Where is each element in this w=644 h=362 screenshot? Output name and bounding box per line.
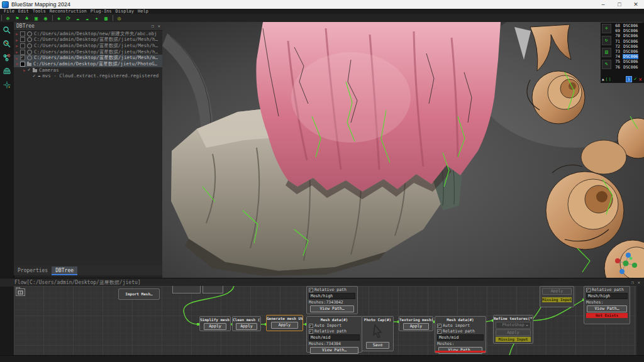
rotate-tool-icon[interactable]: ↻ xyxy=(602,36,611,45)
path-field[interactable]: Mesh/mid xyxy=(437,334,484,341)
view-path-button[interactable]: View Path… xyxy=(310,347,358,354)
graph-nodes-icon[interactable] xyxy=(3,53,11,62)
frame-icon[interactable]: [ ] xyxy=(606,77,611,81)
node-mesh-data-out[interactable]: Mesh data(#) Auto import Relative path M… xyxy=(435,316,486,353)
apply-button-disabled[interactable]: Apply xyxy=(496,329,530,336)
photoshop-dropdown[interactable]: PhotoShop xyxy=(496,322,531,329)
path-field[interactable]: Mesh/mid xyxy=(309,334,360,341)
checkbox-partial[interactable] xyxy=(20,62,25,67)
apply-button[interactable]: Apply xyxy=(403,323,428,330)
photo-row[interactable]: 68DSC006 xyxy=(611,23,644,28)
photo-row[interactable]: 76DSC006 xyxy=(611,65,644,70)
checkbox-checked[interactable] xyxy=(437,324,441,328)
menu-reconstruction[interactable]: Reconstruction xyxy=(50,9,87,14)
panel-close-icon[interactable]: ✕ xyxy=(156,24,162,29)
checkbox[interactable] xyxy=(20,31,25,36)
node-photo-cap[interactable]: Photo Cap(#) Save xyxy=(362,316,394,351)
save-button[interactable]: Save xyxy=(366,342,389,349)
maximize-button[interactable]: □ xyxy=(611,0,628,9)
compass-icon[interactable]: ⊕ xyxy=(4,14,12,22)
checkbox[interactable] xyxy=(20,37,25,42)
menu-tools[interactable]: Tools xyxy=(33,9,46,14)
checkbox[interactable] xyxy=(20,43,25,48)
reject-icon[interactable]: ✕ xyxy=(639,76,642,82)
bulb-icon[interactable]: ◎ xyxy=(115,14,123,22)
minimize-button[interactable]: – xyxy=(595,0,611,9)
pointcloud-icon[interactable]: ☁ xyxy=(83,14,91,22)
tree-item-selected[interactable]: ▶ C:/Users/admin/Desktop/蓝星数据/jietu/Mesh… xyxy=(14,55,162,61)
sync-cloud-icon[interactable]: ⟳ xyxy=(64,14,72,22)
node-mesh-data-mid[interactable]: Mesh data(#) Auto Import Relative path M… xyxy=(306,316,362,353)
node-title[interactable]: Import Mesh… xyxy=(119,289,159,299)
checkbox[interactable] xyxy=(20,50,25,55)
expand-arrow-icon[interactable]: ▶ xyxy=(16,31,20,36)
image-icon[interactable]: ▣ xyxy=(32,14,40,22)
view-path-button[interactable]: View Path… xyxy=(310,305,355,312)
sphere-icon[interactable]: ◈ xyxy=(55,14,63,22)
expand-arrow-icon[interactable]: ▶ xyxy=(16,43,20,48)
close-button[interactable]: ✕ xyxy=(628,0,644,9)
count-badge[interactable]: 1 xyxy=(626,76,632,82)
menu-display[interactable]: Display xyxy=(116,9,135,14)
menu-plugins[interactable]: Plug-Ins xyxy=(91,9,112,14)
photo-row-selected[interactable]: 74DSC006 xyxy=(611,54,644,59)
viewport-3d[interactable]: ✛ ↻ ▤ ✎ 68DSC006 69DSC006 70DSC006 71DSC… xyxy=(162,22,644,278)
checkbox-checked[interactable] xyxy=(309,329,313,334)
expand-arrow-icon[interactable]: ▶ xyxy=(23,68,28,72)
tab-properties[interactable]: Properties xyxy=(14,266,52,275)
tree-item[interactable]: ▶ C:/Users/admin/Desktop/蓝星数据/jietu/Mesh… xyxy=(14,37,162,43)
zoom-icon[interactable] xyxy=(3,25,11,34)
photo-row[interactable]: 73DSC006 xyxy=(611,49,644,54)
apply-button-disabled[interactable]: Apply xyxy=(542,288,572,295)
checkbox-checked[interactable] xyxy=(309,288,313,292)
globe-icon[interactable]: ◉ xyxy=(42,14,50,22)
flow-canvas[interactable]: Import Mesh… Relative path Mesh/high Mes… xyxy=(14,286,636,355)
panel-popout-icon[interactable]: ❐ xyxy=(631,280,634,285)
node-import-mesh[interactable]: Import Mesh… xyxy=(118,288,160,300)
check-mark-icon[interactable]: ✓ xyxy=(28,67,33,72)
node-mesh-data-high[interactable]: Relative path Mesh/high Meshes:7343042 V… xyxy=(306,286,358,314)
node-stub[interactable] xyxy=(203,286,223,293)
menu-edit[interactable]: Edit xyxy=(18,9,29,14)
checkbox-checked[interactable] xyxy=(586,288,591,292)
apply-button[interactable]: Apply xyxy=(236,323,257,330)
path-field[interactable]: Mesh/high xyxy=(309,293,355,299)
tree-item[interactable]: ▶ C:/Users/admin/Desktop/new/新建文件夹/abc.o… xyxy=(14,31,162,37)
move-tool-icon[interactable]: ✛ xyxy=(602,24,611,33)
node-generate-mesh-uv[interactable]: Generate mesh UV(*) Apply xyxy=(266,315,303,331)
apply-button[interactable]: Apply xyxy=(271,322,298,329)
node-texturing-mesh[interactable]: Texturing mesh(*) Apply xyxy=(399,316,433,331)
tree-item[interactable]: ▶ C:/Users/admin/Desktop/蓝星数据/jietu/Mesh… xyxy=(14,49,162,55)
mesh-dome-icon[interactable] xyxy=(3,66,11,75)
node-simplify-mesh[interactable]: Simplify mesh(*) Apply xyxy=(199,316,231,331)
layers-tool-icon[interactable]: ▤ xyxy=(602,48,611,57)
photo-row[interactable]: 75DSC006 xyxy=(611,59,644,64)
node-refine-textures[interactable]: Refine textures(*) PhotoShop Apply Missi… xyxy=(493,315,533,344)
checkbox-checked[interactable] xyxy=(20,55,25,60)
checkbox-checked[interactable] xyxy=(309,324,313,328)
tree-icon[interactable]: ♣ xyxy=(23,14,31,22)
menu-help[interactable]: Help xyxy=(138,9,148,14)
expand-arrow-icon[interactable]: ▶ xyxy=(16,50,20,54)
menu-file[interactable]: File xyxy=(4,9,14,14)
expand-arrow-icon[interactable]: ▶ xyxy=(16,38,20,42)
move-crosshair-icon[interactable] xyxy=(3,80,11,89)
cloud-icon[interactable]: ☁ xyxy=(74,14,82,22)
panel-close-icon[interactable]: ✕ xyxy=(638,280,640,285)
tree-item[interactable]: ▶ ✓ ☁ mvs - Cloud.extract.registered.reg… xyxy=(14,73,162,79)
photo-row[interactable]: 69DSC006 xyxy=(611,28,644,33)
confirm-icon[interactable]: ✓ xyxy=(634,76,637,82)
photo-row[interactable]: 71DSC006 xyxy=(611,39,644,44)
path-field[interactable]: Mesh/high xyxy=(586,293,628,299)
node-clean-mesh[interactable]: Clean mesh (*) Apply xyxy=(232,316,261,331)
node-partial-top[interactable]: Apply Missing Input xyxy=(540,286,574,307)
expand-arrow-icon[interactable]: ▶ xyxy=(16,56,20,60)
collapse-arrow-icon[interactable]: ▼ xyxy=(16,62,20,66)
view-path-button[interactable]: View Path… xyxy=(587,305,627,312)
check-mark-icon[interactable]: ✓ xyxy=(33,74,38,79)
tree-item-selected[interactable]: ▼ C:/Users/admin/Desktop/蓝星数据/jietu/Phot… xyxy=(14,61,162,67)
tree-item[interactable]: ▶ ✓ Cameras xyxy=(14,67,162,74)
flow-folder-icon[interactable] xyxy=(16,288,25,296)
sparkle-icon[interactable]: ✦ xyxy=(92,14,101,22)
up-triangle-icon[interactable]: ▲ xyxy=(602,77,604,81)
